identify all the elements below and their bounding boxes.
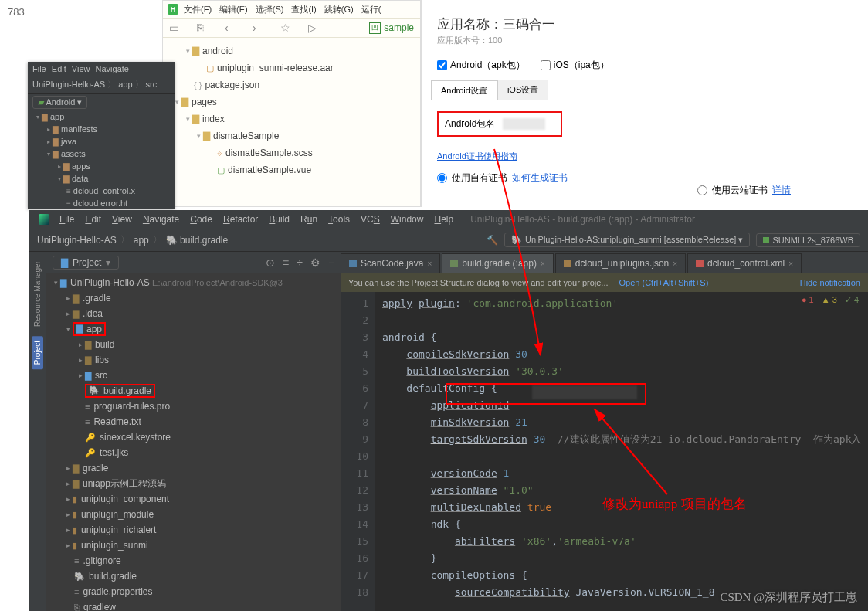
hbx-tree-row[interactable]: ▾▇pages	[163, 93, 420, 110]
tree-row[interactable]: ▸▇.idea	[46, 306, 341, 321]
run-config-dropdown[interactable]: 🐘UniPlugin-Hello-AS:uniplugin_sunmi [ass…	[504, 233, 750, 247]
expand-all-icon[interactable]: ≡	[283, 256, 289, 269]
hbx-tree-row[interactable]: ▾▇android	[163, 42, 420, 59]
tree-row[interactable]: ≡proguard-rules.pro	[46, 399, 341, 414]
menu-view[interactable]: View	[108, 212, 136, 226]
tree-row[interactable]: ▸▇.gradle	[46, 290, 341, 306]
mini-tree-row[interactable]: ▸▇apps	[28, 160, 175, 172]
menu-code[interactable]: Code	[186, 212, 216, 226]
mini-tree-row[interactable]: ▸▇manifests	[28, 123, 175, 135]
tool-resource-manager[interactable]: Resource Manager	[32, 256, 43, 331]
hbx-new-icon[interactable]: ▭	[169, 22, 180, 34]
hbx-star-icon[interactable]: ☆	[280, 22, 291, 34]
hbx-back-icon[interactable]: ‹	[225, 22, 236, 34]
mini-menu-view[interactable]: View	[72, 64, 90, 73]
tree-row[interactable]: ▾▇UniPlugin-Hello-AS E:\androidProject\A…	[46, 275, 341, 290]
mini-android-dropdown[interactable]: ▰ Android ▾	[32, 96, 87, 109]
tab-scancode[interactable]: ScanCode.java×	[341, 253, 440, 273]
device-dropdown[interactable]: SUNMI L2s_8766WB	[756, 233, 860, 247]
tree-row[interactable]: ▸▮uniplugin_sunmi	[46, 538, 341, 553]
tree-row[interactable]: ⎘gradlew	[46, 599, 341, 611]
tree-row[interactable]: ▸▮uniplugin_module	[46, 507, 341, 522]
menu-window[interactable]: Window	[387, 212, 428, 226]
tree-row[interactable]: ▸▇build	[46, 337, 341, 352]
tree-row[interactable]: ≡Readme.txt	[46, 414, 341, 429]
settings-icon[interactable]: ⚙	[310, 256, 320, 269]
tab-build-gradle[interactable]: build.gradle (:app)×	[442, 253, 554, 273]
collapse-all-icon[interactable]: ÷	[297, 256, 303, 269]
code-area[interactable]: 123456789101112131415161718 apply plugin…	[341, 292, 868, 611]
hbx-tree-row[interactable]: ▾▇dismatleSample	[163, 127, 420, 144]
radio-cloud-cert[interactable]	[697, 185, 707, 195]
mini-tree-row[interactable]: ≡dcloud error.ht	[28, 197, 175, 209]
mini-tree-row[interactable]: ▸▇java	[28, 135, 175, 148]
banner-hide-link[interactable]: Hide notification	[800, 278, 860, 287]
check-android[interactable]: Android（apk包）	[437, 59, 525, 72]
hbx-menubar[interactable]: H 文件(F) 编辑(E) 选择(S) 查找(I) 跳转(G) 运行(	[163, 1, 420, 18]
mini-menubar[interactable]: File Edit View Navigate	[28, 62, 175, 76]
menu-build[interactable]: Build	[265, 212, 293, 226]
tab-ios-settings[interactable]: iOS设置	[497, 80, 548, 100]
hbx-run-icon[interactable]: ▷	[308, 22, 319, 34]
banner-open-link[interactable]: Open (Ctrl+Alt+Shift+S)	[619, 278, 709, 287]
tab-dcloud-control-xml[interactable]: dcloud_control.xml×	[687, 253, 802, 273]
hbx-menu-edit[interactable]: 编辑(E)	[217, 4, 250, 15]
hbx-menu-find[interactable]: 查找(I)	[289, 4, 318, 15]
hbx-save-icon[interactable]: ⎘	[197, 22, 208, 34]
menu-refactor[interactable]: Refactor	[219, 212, 262, 226]
hbx-active-tab[interactable]: 凹sample	[369, 22, 414, 34]
build-icon[interactable]: 🔨	[487, 235, 498, 246]
mini-tree-row[interactable]: ▾▇app	[28, 110, 175, 123]
tree-row[interactable]: 🐘build.gradle	[46, 569, 341, 584]
menu-edit[interactable]: Edit	[81, 212, 105, 226]
menu-tools[interactable]: Tools	[324, 212, 354, 226]
menu-help[interactable]: Help	[430, 212, 457, 226]
how-to-generate-cert-link[interactable]: 如何生成证书	[512, 171, 568, 185]
hbx-tree-row[interactable]: ▢uniplugin_sunmi-release.aar	[163, 59, 420, 76]
tree-row[interactable]: ▸▇libs	[46, 352, 341, 368]
project-view-selector[interactable]: ▇Project▾	[53, 256, 119, 270]
hbx-menu-select[interactable]: 选择(S)	[253, 4, 287, 15]
menu-file[interactable]: File	[56, 212, 78, 226]
tree-row[interactable]: ≡.gitignore	[46, 553, 341, 569]
close-icon[interactable]: ×	[427, 260, 432, 268]
cloud-cert-detail-link[interactable]: 详情	[772, 184, 791, 197]
tree-row[interactable]: 🔑test.jks	[46, 445, 341, 460]
hbx-fwd-icon[interactable]: ›	[253, 22, 263, 34]
check-ios[interactable]: iOS（ipa包）	[541, 59, 609, 72]
tool-project[interactable]: Project	[32, 336, 43, 369]
tree-row-app[interactable]: ▾▇app	[46, 321, 341, 337]
tree-row[interactable]: ▸▮uniplugin_richalert	[46, 522, 341, 538]
breadcrumb[interactable]: UniPlugin-Hello-AS〉 app〉 🐘 build.gradle	[29, 233, 236, 246]
tree-row[interactable]: ≡gradle.properties	[46, 584, 341, 599]
mini-menu-nav[interactable]: Navigate	[96, 64, 129, 73]
tab-uniplugins-json[interactable]: dcloud_uniplugins.json×	[555, 253, 686, 273]
tree-row[interactable]: 🔑sinexcel.keystore	[46, 429, 341, 445]
hbx-tree-row[interactable]: { }package.json	[163, 76, 420, 93]
check-ios-box[interactable]	[541, 60, 551, 70]
tree-row-build-gradle[interactable]: 🐘build.gradle	[46, 383, 341, 399]
tree-row[interactable]: ▸▇src	[46, 368, 341, 383]
check-android-box[interactable]	[437, 60, 447, 70]
hbx-menu-file[interactable]: 文件(F)	[181, 4, 214, 15]
hbx-tree-row[interactable]: ▢dismatleSample.vue	[163, 161, 420, 178]
mini-tree-row[interactable]: ▾▇assets	[28, 148, 175, 160]
tree-row[interactable]: ▸▮uniplugin_component	[46, 491, 341, 507]
hide-pane-icon[interactable]: −	[328, 256, 334, 269]
mini-tree-row[interactable]: ▾▇data	[28, 172, 175, 185]
radio-own-cert[interactable]	[437, 173, 447, 183]
mini-menu-file[interactable]: File	[32, 64, 46, 73]
menu-vcs[interactable]: VCS	[357, 212, 384, 226]
menu-run[interactable]: Run	[297, 212, 321, 226]
android-cert-guide-link[interactable]: Android证书使用指南	[437, 151, 517, 162]
hbx-menu-run[interactable]: 运行(	[359, 4, 384, 15]
hbx-tree-row[interactable]: ▾▇index	[163, 110, 420, 127]
mini-breadcrumb[interactable]: UniPlugin-Hello-AS〉app〉src	[28, 76, 175, 94]
hbx-tree-row[interactable]: ⟐dismatleSample.scss	[163, 144, 420, 161]
tree-row[interactable]: ▸▇gradle	[46, 460, 341, 476]
select-opened-icon[interactable]: ⊙	[266, 256, 275, 269]
hbx-menu-goto[interactable]: 跳转(G)	[322, 4, 356, 15]
close-icon[interactable]: ×	[788, 260, 793, 268]
close-icon[interactable]: ×	[541, 260, 545, 268]
mini-tree-row[interactable]: ≡dcloud_control.x	[28, 185, 175, 197]
